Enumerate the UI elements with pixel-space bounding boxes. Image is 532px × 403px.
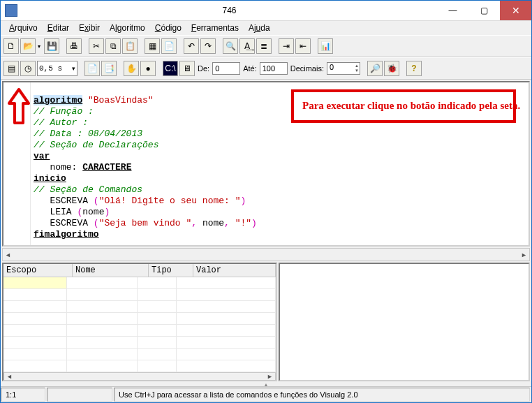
chart-icon[interactable]: 📊 (318, 38, 333, 54)
comment-data: // Data : 08/04/2013 (34, 129, 142, 139)
cursor-position: 1:1 (1, 388, 45, 402)
ate-input[interactable] (260, 62, 288, 75)
vars-hscroll[interactable]: ◄► (3, 372, 276, 381)
menu-ajuda[interactable]: Ajuda (244, 22, 274, 34)
menu-ferramentas[interactable]: Ferramentas (187, 22, 243, 34)
titlebar: 746 — ▢ ✕ (1, 1, 531, 21)
step-icon[interactable]: 📄 (84, 61, 100, 76)
status-hint: Use Ctrl+J para acessar a lista de coman… (114, 388, 530, 402)
bug-icon[interactable]: 🐞 (384, 61, 399, 76)
cut-icon[interactable]: ✂ (89, 38, 104, 54)
window-title: 746 (22, 6, 437, 15)
status-blank (47, 388, 112, 402)
col-nome[interactable]: Nome (73, 264, 149, 277)
variables-body[interactable] (3, 277, 276, 372)
str-title: "BoasVindas" (82, 95, 153, 105)
table-row[interactable] (3, 325, 276, 337)
menu-exibir[interactable]: Exibir (75, 22, 104, 34)
comment-autor: // Autor : (34, 117, 88, 128)
indent-icon[interactable]: ⇥ (279, 38, 294, 54)
outdent-icon[interactable]: ⇤ (295, 38, 311, 54)
paste-icon[interactable]: 📋 (122, 38, 138, 54)
delay-select[interactable]: 0,5 s (37, 61, 77, 76)
find-next-icon[interactable]: A͢ (239, 38, 255, 54)
find-icon[interactable]: 🔍 (223, 38, 238, 54)
run-icon[interactable]: ▤ (3, 61, 19, 76)
monitor-icon[interactable]: 🖥 (179, 61, 195, 76)
undo-icon[interactable]: ↶ (184, 38, 199, 54)
menubar: Arquivo Editar Exibir Algoritmo Código F… (1, 21, 531, 35)
app-icon (5, 4, 17, 17)
menu-algoritmo[interactable]: Algoritmo (105, 22, 149, 34)
comment-declaracoes: // Seção de Declarações (34, 140, 158, 150)
print-icon[interactable]: 🖶 (66, 38, 82, 54)
decimais-input[interactable]: 0 (327, 62, 360, 75)
kw-algoritmo: algoritmo (34, 95, 82, 105)
col-tipo[interactable]: Tipo (149, 264, 193, 277)
red-arrow-annotation (9, 89, 29, 123)
table-row[interactable] (3, 277, 276, 289)
comment-comandos: // Seção de Comandos (34, 184, 142, 195)
decl-nome: nome: CARACTERE (34, 162, 131, 173)
kw-fimalgoritmo: fimalgoritmo (34, 229, 99, 240)
open-icon[interactable]: 📂▾ (20, 38, 36, 54)
code-area[interactable]: algoritmo "BoasVindas" // Função : // Au… (31, 82, 529, 245)
table-row[interactable] (3, 360, 276, 372)
maximize-button[interactable]: ▢ (468, 1, 500, 20)
step-over-icon[interactable]: 📑 (101, 61, 117, 76)
page-icon[interactable]: 📄 (161, 38, 177, 54)
close-button[interactable]: ✕ (500, 1, 531, 20)
toolbar-main: 🗋 📂▾ 💾 🖶 ✂ ⧉ 📋 ▦ 📄 ↶ ↷ 🔍 A͢ ≣ ⇥ ⇤ 📊 (1, 35, 531, 57)
breakpoint-icon[interactable]: ● (140, 61, 156, 76)
toolbar-run: ▤ ◷ 0,5 s 📄 📑 ✋ ● C:\ 🖥 De: Até: Decimai… (1, 57, 531, 80)
tile-icon[interactable]: ▦ (145, 38, 160, 54)
ate-label: Até: (243, 64, 257, 73)
instruction-callout: Para executar clique no botão indicado p… (291, 89, 516, 123)
table-row[interactable] (3, 313, 276, 325)
statusbar: 1:1 Use Ctrl+J para acessar a lista de c… (1, 386, 531, 402)
help-icon[interactable]: ? (406, 61, 422, 76)
redo-icon[interactable]: ↷ (200, 38, 216, 54)
table-row[interactable] (3, 337, 276, 349)
editor-hscroll[interactable]: ◄► (2, 248, 530, 261)
table-row[interactable] (3, 289, 276, 301)
menu-arquivo[interactable]: Arquivo (5, 22, 42, 34)
inspect-icon[interactable]: 🔎 (367, 61, 383, 76)
variables-panel: Escopo Nome Tipo Valor ◄► (2, 263, 277, 381)
de-input[interactable] (212, 62, 240, 75)
copy-icon[interactable]: ⧉ (105, 38, 121, 54)
hand-icon[interactable]: ✋ (124, 61, 139, 76)
output-console[interactable] (279, 263, 530, 381)
line-escreva2: ESCREVA ("Seja bem vindo ", nome, "!") (34, 218, 257, 228)
table-row[interactable] (3, 349, 276, 360)
list-icon[interactable]: ≣ (256, 38, 272, 54)
console-icon[interactable]: C:\ (163, 61, 178, 76)
comment-funcao: // Função : (34, 106, 94, 117)
line-escreva1: ESCREVA ("Olá! Digite o seu nome: ") (34, 196, 246, 206)
menu-codigo[interactable]: Código (151, 22, 186, 34)
col-escopo[interactable]: Escopo (3, 264, 73, 277)
timer-icon[interactable]: ◷ (20, 61, 36, 76)
de-label: De: (198, 64, 209, 73)
minimize-button[interactable]: — (437, 1, 468, 20)
line-leia: LEIA (nome) (34, 207, 110, 217)
table-row[interactable] (3, 301, 276, 313)
new-icon[interactable]: 🗋 (3, 38, 19, 54)
decimais-label: Decimais: (290, 64, 324, 73)
code-editor[interactable]: algoritmo "BoasVindas" // Função : // Au… (2, 81, 530, 247)
kw-inicio: inicio (34, 173, 66, 184)
kw-var: var (34, 151, 50, 161)
menu-editar[interactable]: Editar (43, 22, 73, 34)
save-icon[interactable]: 💾 (44, 38, 59, 54)
col-valor[interactable]: Valor (193, 264, 276, 277)
